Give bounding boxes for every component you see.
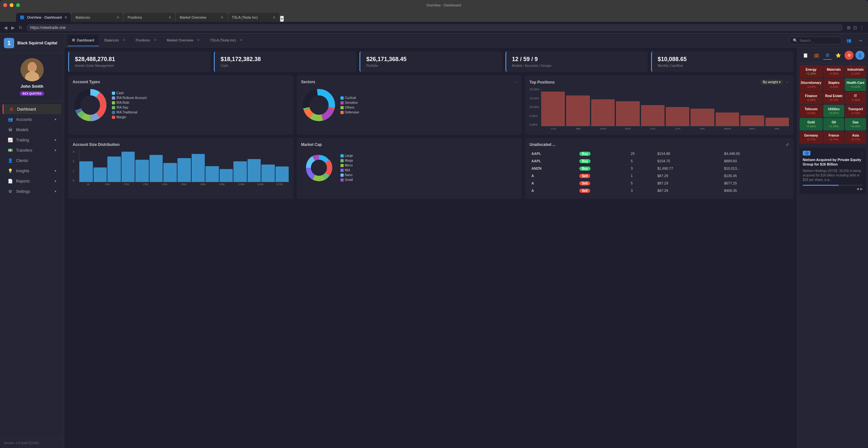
sector-discretionary[interactable]: Discretionary -1.53% — [800, 78, 823, 91]
sectors-chart: Cyclical Sensitive Others — [301, 88, 518, 123]
top-positions-card: Top Positions By weight ▾ → 20.00% 15.00… — [525, 75, 794, 135]
sector-materials[interactable]: Materials -0.36% — [823, 65, 844, 78]
sector-energy[interactable]: Energy +1.20% — [800, 65, 823, 78]
sidebar-item-settings[interactable]: ⚙ Settings ▾ — [3, 186, 61, 196]
browser-tab-market[interactable]: Market Overview ✕ — [176, 13, 227, 22]
tab-close-tsla-icon[interactable]: ✕ — [273, 15, 276, 20]
action-sell-2: Sell — [578, 180, 629, 187]
tab-market-overview[interactable]: Market Overview ✕ — [162, 35, 205, 46]
browser-tab-tsla[interactable]: TSLA (Tesla Inc) ✕ — [228, 13, 279, 22]
new-tab-button[interactable]: + — [280, 16, 284, 22]
sector-healthcare[interactable]: Health Care +0.22% — [845, 78, 866, 91]
price-3: $1,690.77 — [655, 165, 722, 172]
main-content: ⊞ Dashboard Balances ✕ Positions ✕ Marke… — [64, 33, 868, 448]
qty-4: 1 — [629, 172, 655, 180]
tab-close-balances-icon[interactable]: ✕ — [116, 15, 119, 20]
browser-tab-positions[interactable]: Positions ✕ — [124, 13, 175, 22]
right-tab-calendar-icon[interactable]: 📋 — [801, 51, 810, 60]
sector-gold[interactable]: Gold +0.92% — [800, 118, 823, 130]
account-types-donut — [73, 88, 108, 123]
top-positions-arrow-icon[interactable]: → — [785, 80, 789, 85]
sector-realestate[interactable]: Real Estate -0.71% — [823, 92, 844, 104]
tab-close-icon[interactable]: ✕ — [64, 15, 67, 20]
stat-cashflow-label: Monthly Cashflow — [658, 64, 787, 67]
right-tab-grid-icon[interactable]: ⊞ — [823, 51, 832, 60]
forward-button[interactable]: ▶ — [11, 25, 15, 30]
top-positions-x-labels: CVS IBM VWIX MCD KSS CVS KHC AMZN AAPL — [541, 127, 789, 130]
news-prev-button[interactable]: ◀ — [857, 187, 859, 191]
browser-tab-balances[interactable]: Balances ✕ — [72, 13, 123, 22]
logout-icon[interactable]: ⇥ — [856, 36, 865, 45]
news-next-button[interactable]: ▶ — [860, 187, 863, 191]
qty-2: 5 — [629, 158, 655, 165]
sector-germany[interactable]: Germany -0.??% — [800, 131, 823, 143]
stat-portfolio: $26,171,368.45 Portfolio — [360, 52, 502, 72]
back-button[interactable]: ◀ — [4, 25, 7, 30]
close-tsla-icon[interactable]: ✕ — [240, 38, 242, 42]
qty-1: 25 — [629, 150, 655, 158]
extensions-icon[interactable]: ⊞ — [847, 25, 850, 30]
price-6: $87.29 — [655, 187, 722, 194]
close-market-icon[interactable]: ✕ — [197, 38, 199, 42]
sidebar-item-insights[interactable]: 💡 Insights ▾ — [3, 166, 61, 176]
search-box[interactable]: 🔍 — [789, 37, 842, 44]
sidebar-item-models[interactable]: 🏛 Models — [3, 125, 61, 135]
close-button[interactable] — [3, 3, 7, 7]
bar-hal — [766, 118, 789, 126]
action-buy-1: Buy — [578, 150, 629, 158]
news-navigation: ◀ ▶ — [803, 187, 863, 191]
sector-oil[interactable]: Oil +2.34% — [823, 118, 844, 130]
price-2: $154.75 — [655, 158, 722, 165]
sector-industrials[interactable]: Industrials -0.13% — [845, 65, 866, 78]
right-panel-gear-button[interactable]: ⚙ — [844, 51, 854, 60]
profile-icon[interactable]: ⊡ — [853, 25, 857, 30]
tab-tsla[interactable]: TSLA (Tesla Inc) ✕ — [206, 35, 247, 46]
account-size-card: Account Size Distribution 3 2 1 0 — [68, 138, 293, 199]
address-bar[interactable] — [26, 24, 843, 31]
qty-3: 3 — [629, 165, 655, 172]
browser-tab-balances-label: Balances — [75, 15, 90, 19]
sidebar-item-trading[interactable]: 📈 Trading ▾ — [3, 135, 61, 145]
users-icon[interactable]: 👥 — [844, 36, 853, 45]
tab-close-market-icon[interactable]: ✕ — [220, 15, 223, 20]
sector-transport[interactable]: Transport -0.70% — [845, 105, 866, 117]
sector-it[interactable]: IT -1.34% — [845, 92, 866, 104]
right-tab-star-icon[interactable]: ⭐ — [834, 51, 843, 60]
close-balances-icon[interactable]: ✕ — [123, 38, 125, 42]
legend-dot-others — [340, 106, 344, 109]
legend-mid: Mid — [340, 168, 353, 172]
browser-tab-dashboard[interactable]: 🟦 OneView - Dashboard ✕ — [16, 13, 71, 22]
sector-utilities[interactable]: Utilities +0.87% — [823, 105, 844, 117]
sidebar-item-clients[interactable]: 👤 Clients — [3, 156, 61, 165]
news-minimize-button[interactable]: − — [861, 151, 863, 155]
nav-label-accounts: Accounts — [16, 117, 32, 122]
action-sell-3: Sell — [578, 187, 629, 194]
tab-dashboard[interactable]: ⊞ Dashboard — [67, 35, 99, 46]
sector-gas[interactable]: Gas +4.25% — [845, 118, 866, 130]
insights-expand-icon: ▾ — [55, 169, 56, 172]
sector-asia[interactable]: Asia -0.??% — [845, 131, 866, 143]
refresh-button[interactable]: ↻ — [19, 25, 23, 30]
tab-balances[interactable]: Balances ✕ — [100, 35, 130, 46]
profile-badge: BZX QUOTES — [20, 91, 44, 96]
tab-close-positions-icon[interactable]: ✕ — [168, 15, 172, 20]
unallocated-expand-icon[interactable]: ⤢ — [786, 142, 789, 147]
maximize-button[interactable] — [16, 3, 20, 7]
sidebar-item-dashboard[interactable]: ⊞ Dashboard — [3, 104, 61, 114]
sidebar-item-accounts[interactable]: 👥 Accounts ▾ — [3, 115, 61, 124]
sector-france[interactable]: France -0.??% — [823, 131, 844, 143]
sidebar-item-transfers[interactable]: 💵 Transfers ▾ — [3, 145, 61, 155]
right-tab-briefcase-icon[interactable]: 💼 — [812, 51, 821, 60]
search-input[interactable] — [800, 38, 838, 42]
sectors-arrow-icon[interactable]: → — [514, 80, 517, 84]
right-panel-avatar-button[interactable]: 👤 — [856, 51, 865, 60]
by-weight-dropdown[interactable]: By weight ▾ — [760, 80, 783, 85]
sidebar-item-reports[interactable]: 📄 Reports ▾ — [3, 176, 61, 186]
minimize-button[interactable] — [10, 3, 13, 7]
sector-staples[interactable]: Staples -0.03% — [823, 78, 844, 91]
close-positions-icon[interactable]: ✕ — [154, 38, 157, 42]
tab-positions[interactable]: Positions ✕ — [131, 35, 161, 46]
sector-finance[interactable]: Finance -0.48% — [800, 92, 823, 104]
menu-icon[interactable]: ⋮ — [860, 25, 864, 30]
sector-telecom[interactable]: Telecom -0.16% — [800, 105, 823, 117]
